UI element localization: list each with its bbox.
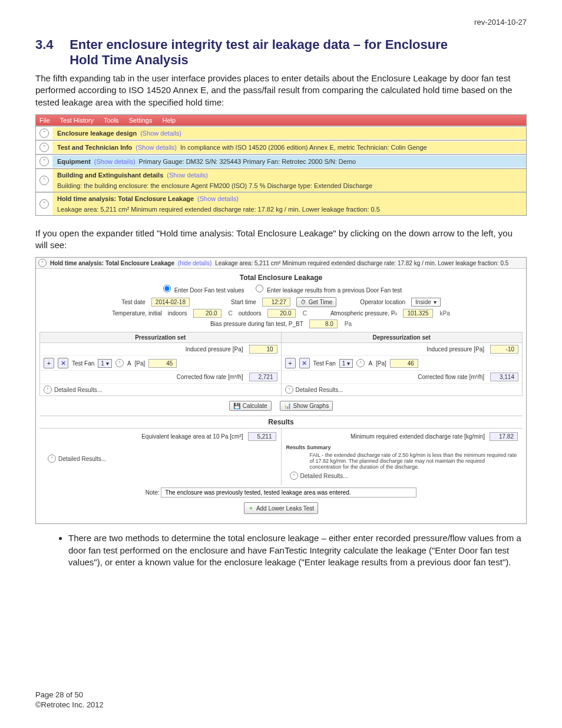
outdoors-temp-field[interactable]: 20.0 — [267, 309, 296, 318]
pressurization-header: Pressurization set — [40, 332, 281, 343]
get-time-button[interactable]: Get Time — [296, 297, 337, 307]
chevron-down-icon[interactable]: ˅ — [39, 176, 49, 185]
note-field[interactable] — [161, 487, 416, 498]
results-detailed-left[interactable]: ˅ Detailed Results... — [44, 453, 276, 465]
expander-bar[interactable]: Building and Extinguishant details (Show… — [52, 169, 526, 192]
chevron-down-icon: ▾ — [434, 299, 437, 305]
chevron-down-icon[interactable]: ˅ — [356, 359, 365, 367]
revision: rev-2014-10-27 — [35, 18, 527, 27]
ring-label: A — [127, 360, 131, 367]
unit: Pa — [345, 321, 352, 327]
bias-pressure-field[interactable]: 8.0 — [309, 319, 338, 328]
depressurization-column: Depressurization set Induced pressure [P… — [282, 332, 523, 396]
unit: C — [229, 310, 233, 317]
note-label: Note: — [146, 489, 160, 496]
plus-icon — [248, 504, 254, 512]
test-fan-label: Test Fan — [313, 360, 336, 367]
menu-file[interactable]: File — [39, 117, 50, 124]
results-detailed-right[interactable]: ˅ Detailed Results... — [286, 470, 518, 482]
section-number: 3.4 — [35, 37, 66, 52]
depressurization-header: Depressurization set — [282, 332, 523, 343]
show-details-link[interactable]: (Show details) — [167, 172, 208, 179]
chevron-down-icon: ˅ — [290, 472, 298, 480]
depress-fan-pa[interactable]: 46 — [390, 359, 418, 368]
depress-induced-pressure[interactable]: -10 — [490, 345, 518, 354]
ela-label: Equivalent leakage area at 10 Pa [cm²] — [44, 433, 243, 440]
remove-fan-button[interactable]: ✕ — [299, 358, 310, 368]
expander-bar[interactable]: Enclosure leakage design (Show details) — [52, 127, 526, 139]
hide-details-link[interactable]: (hide details) — [178, 260, 211, 266]
bullet-methods: There are two methods to determine the t… — [68, 532, 527, 568]
press-fan-pa[interactable]: 45 — [148, 359, 177, 368]
expander-title: Test and Technician Info — [57, 144, 132, 151]
operator-location-select[interactable]: Inside ▾ — [411, 298, 441, 307]
chevron-down-icon[interactable]: ˅ — [115, 359, 124, 367]
test-fan-label: Test Fan — [72, 360, 94, 367]
expander-bar[interactable]: Equipment (Show details) Primary Gauge: … — [52, 156, 526, 167]
depress-corrected-flow: 3,114 — [490, 373, 518, 381]
atm-pressure-label: Atmospheric pressure, P₀ — [330, 310, 398, 317]
pressurization-column: Pressurization set Induced pressure [Pa]… — [39, 332, 282, 396]
show-graphs-button[interactable]: Show Graphs — [280, 401, 333, 411]
test-fan-select[interactable]: 1 ▾ — [98, 359, 112, 368]
results-header: Results — [39, 416, 523, 429]
show-details-link[interactable]: (Show details) — [197, 195, 239, 202]
min-rate-value: 17.82 — [490, 432, 518, 441]
menu-help[interactable]: Help — [162, 117, 176, 124]
section-heading: 3.4 Enter enclosure integrity test air l… — [35, 37, 527, 68]
add-lower-leaks-button[interactable]: Add Lower Leaks Test — [244, 502, 318, 514]
panel-header-info: Leakage area: 5,211 cm² Minimum required… — [215, 260, 508, 266]
screenshot-expanders: File Test History Tools Settings Help ˅ … — [35, 114, 527, 216]
press-detailed-results[interactable]: ˅ Detailed Results... — [40, 384, 281, 396]
radio-enter-door-fan[interactable]: Enter Door Fan test values — [160, 287, 244, 294]
remove-fan-button[interactable]: ✕ — [58, 358, 68, 368]
chevron-down-icon[interactable]: ˅ — [39, 199, 49, 209]
unit: C — [303, 310, 307, 317]
footer-copyright: ©Retrotec Inc. 2012 — [35, 700, 104, 710]
expander-info: Building: the building enclosure: the en… — [57, 182, 372, 189]
expander-bar[interactable]: Test and Technician Info (Show details) … — [52, 141, 526, 153]
expander-info: In compliance with ISO 14520 (2006 editi… — [180, 144, 427, 151]
chevron-down-icon: ˅ — [48, 454, 56, 463]
expander-bar[interactable]: Hold time analysis: Total Enclosure Leak… — [52, 193, 526, 215]
expander-title: Enclosure leakage design — [57, 130, 137, 137]
expander-title: Equipment — [57, 158, 91, 165]
press-induced-pressure[interactable]: 10 — [249, 345, 277, 354]
chevron-down-icon[interactable]: ˅ — [39, 129, 49, 138]
screenshot-hold-time-panel: ˄ Hold time analysis: Total Enclosure Le… — [35, 257, 527, 524]
corrected-flow-label: Corrected flow rate [m³/h] — [285, 374, 485, 380]
test-date-field[interactable]: 2014-02-18 — [151, 298, 190, 307]
atm-pressure-field[interactable]: 101.325 — [403, 309, 432, 318]
disk-icon — [233, 403, 240, 409]
menu-test-history[interactable]: Test History — [60, 117, 94, 124]
menubar: File Test History Tools Settings Help — [36, 115, 526, 126]
indoors-temp-field[interactable]: 20.0 — [193, 309, 222, 318]
add-fan-button[interactable]: + — [44, 358, 54, 368]
start-time-field[interactable]: 12:27 — [262, 298, 290, 307]
unit: kPa — [440, 310, 450, 317]
chevron-down-icon[interactable]: ˅ — [39, 143, 49, 152]
chevron-down-icon: ˅ — [44, 386, 52, 394]
show-details-link[interactable]: (Show details) — [135, 144, 177, 151]
chevron-up-icon[interactable]: ˄ — [38, 259, 47, 267]
pa-label: [Pa] — [135, 360, 146, 367]
results-summary-text: FAIL - the extended discharge rate of 2.… — [286, 452, 518, 470]
outdoors-label: outdoors — [239, 310, 262, 317]
menu-tools[interactable]: Tools — [104, 117, 119, 124]
operator-location-label: Operator location — [360, 299, 405, 305]
show-details-link[interactable]: (Show details) — [140, 130, 181, 137]
intro-paragraph: The fifth expanding tab in the user inte… — [35, 73, 527, 108]
depress-detailed-results[interactable]: ˅ Detailed Results... — [282, 384, 523, 396]
radio-enter-leakage-results[interactable]: Enter leakage results from a previous Do… — [253, 287, 402, 294]
panel-header-title: Hold time analysis: Total Enclosure Leak… — [50, 260, 174, 266]
expander-info: Leakage area: 5,211 cm² Minimum required… — [57, 206, 380, 213]
expander-row-3: ˅ Equipment (Show details) Primary Gauge… — [36, 154, 526, 168]
show-details-link[interactable]: (Show details) — [94, 158, 135, 165]
add-fan-button[interactable]: + — [285, 358, 296, 368]
calculate-button[interactable]: Calculate — [229, 401, 272, 411]
chevron-down-icon[interactable]: ˅ — [39, 157, 49, 166]
menu-settings[interactable]: Settings — [129, 117, 153, 124]
test-fan-select[interactable]: 1 ▾ — [339, 359, 353, 368]
expander-row-2: ˅ Test and Technician Info (Show details… — [36, 140, 526, 154]
mid-paragraph: If you open the expander titled "Hold ti… — [35, 228, 527, 252]
